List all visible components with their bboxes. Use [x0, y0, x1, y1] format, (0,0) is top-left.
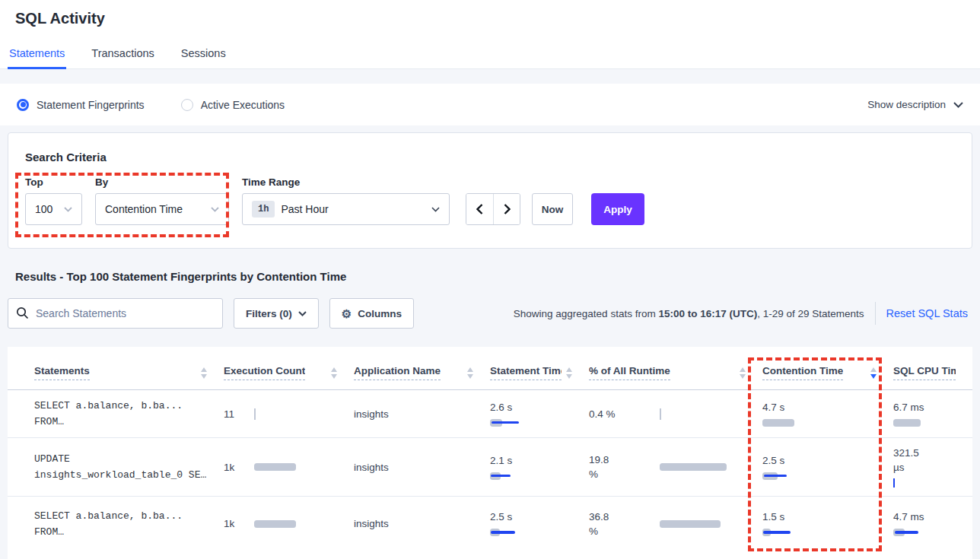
col-header-statement-time[interactable]: Statement Time: [490, 347, 589, 390]
apply-button[interactable]: Apply: [591, 193, 644, 225]
contention-time-value: 1.5 s: [762, 510, 802, 524]
execution-count-value: 1k: [224, 462, 254, 473]
tab-statements[interactable]: Statements: [8, 43, 66, 69]
statement-time-bar: [490, 527, 581, 538]
by-label: By: [95, 176, 229, 188]
execution-count-bar: [254, 462, 296, 472]
top-select[interactable]: 100: [25, 193, 82, 225]
tab-transactions[interactable]: Transactions: [90, 43, 155, 68]
statements-table: Statements Execution Count Application N…: [8, 347, 972, 551]
execution-count-bar: [254, 519, 296, 529]
sort-icon[interactable]: [566, 367, 572, 379]
sort-icon[interactable]: [201, 367, 207, 379]
contention-time-value: 4.7 s: [762, 400, 802, 414]
statement-time-value: 2.5 s: [490, 510, 530, 524]
time-range-label: Time Range: [242, 176, 450, 188]
table-row[interactable]: SELECT a.balance, b.ba...FROM… 11 insigh…: [8, 390, 972, 438]
statement-time-bar: [490, 418, 581, 428]
table-row[interactable]: UPDATEinsights_workload_table_0 SE… 1k i…: [8, 438, 972, 497]
previous-time-button[interactable]: [466, 194, 493, 224]
gear-icon: ⚙: [342, 308, 352, 319]
filters-button[interactable]: Filters (0): [234, 298, 319, 329]
execution-count-bar: [254, 408, 256, 419]
view-toggle-bar: Statement Fingerprints Active Executions…: [0, 84, 980, 125]
search-statements-input[interactable]: [8, 298, 223, 329]
by-select[interactable]: Contention Time: [95, 193, 229, 225]
page-header: SQL Activity Statements Transactions Ses…: [0, 0, 980, 69]
statement-link[interactable]: SELECT a.balance, b.ba...FROM…: [34, 398, 216, 430]
sql-cpu-time-bar: [893, 527, 965, 538]
divider: [875, 302, 876, 325]
statement-link[interactable]: UPDATEinsights_workload_table_0 SE…: [34, 451, 216, 483]
pct-runtime-value: 36.8 %: [589, 510, 621, 538]
time-step-buttons: [466, 193, 520, 225]
contention-time-bar: [762, 527, 886, 538]
sql-cpu-time-value: 4.7 ms: [893, 510, 933, 524]
time-range-badge: 1h: [252, 201, 275, 218]
reset-sql-stats-link[interactable]: Reset SQL Stats: [886, 307, 972, 319]
table-header-row: Statements Execution Count Application N…: [8, 347, 972, 390]
show-description-toggle[interactable]: Show description: [867, 99, 963, 110]
contention-time-value: 2.5 s: [762, 453, 802, 468]
time-range-select[interactable]: 1h Past Hour: [242, 193, 450, 225]
search-icon: [16, 306, 29, 319]
sort-icon[interactable]: [331, 367, 337, 379]
application-name-value: insights: [354, 462, 389, 473]
radio-active-executions[interactable]: Active Executions: [181, 99, 285, 111]
sql-cpu-time-value: 321.5 µs: [893, 446, 933, 475]
pct-runtime-bar: [660, 462, 727, 472]
page-title: SQL Activity: [0, 10, 980, 27]
col-header-pct-runtime[interactable]: % of All Runtime: [589, 347, 762, 390]
statement-link[interactable]: SELECT a.balance, b.ba...FROM…: [34, 508, 216, 540]
statement-time-value: 2.6 s: [490, 400, 530, 414]
show-description-label: Show description: [867, 99, 946, 110]
table-row[interactable]: SELECT a.balance, b.ba...FROM… 1k insigh…: [8, 497, 972, 551]
col-header-execution-count[interactable]: Execution Count: [224, 347, 354, 390]
chevron-down-icon: [431, 207, 440, 212]
radio-selected-icon: [17, 99, 29, 111]
tab-bar: Statements Transactions Sessions: [0, 43, 980, 69]
radio-unselected-icon: [181, 99, 193, 111]
by-select-value: Contention Time: [105, 203, 205, 215]
radio-statement-fingerprints[interactable]: Statement Fingerprints: [17, 99, 145, 111]
statements-table-card: Statements Execution Count Application N…: [8, 347, 972, 559]
sort-icon-active-desc[interactable]: [870, 367, 877, 379]
tab-sessions[interactable]: Sessions: [180, 43, 228, 68]
application-name-value: insights: [354, 518, 389, 529]
now-button[interactable]: Now: [532, 193, 573, 225]
results-heading: Results - Top 100 Statement Fingerprints…: [15, 270, 965, 283]
sql-cpu-time-bar: [893, 478, 965, 488]
top-label: Top: [25, 176, 82, 188]
statement-time-value: 2.1 s: [490, 453, 530, 468]
view-toggle-group: Statement Fingerprints Active Executions: [17, 99, 285, 111]
sql-cpu-time-bar: [893, 418, 965, 428]
filters-label: Filters (0): [246, 308, 292, 319]
contention-time-bar: [762, 418, 886, 428]
search-criteria-title: Search Criteria: [25, 151, 955, 164]
col-header-application-name[interactable]: Application Name: [354, 347, 490, 390]
contention-time-bar: [762, 471, 886, 481]
chevron-down-icon: [953, 102, 963, 108]
sort-icon[interactable]: [740, 367, 746, 379]
pct-runtime-bar: [660, 519, 721, 529]
results-toolbar: Filters (0) ⚙ Columns Showing aggregated…: [8, 298, 972, 329]
showing-stats-text: Showing aggregated stats from 15:00 to 1…: [514, 308, 864, 319]
statement-time-bar: [490, 471, 581, 481]
search-criteria-panel: Search Criteria Top 100 By Contention Ti…: [8, 132, 972, 249]
pct-runtime-bar: [660, 408, 661, 419]
chevron-down-icon: [64, 207, 72, 212]
col-header-sql-cpu-time[interactable]: SQL CPU Time: [893, 347, 972, 390]
col-header-contention-time[interactable]: Contention Time: [762, 347, 893, 390]
execution-count-value: 1k: [224, 518, 254, 529]
top-select-value: 100: [35, 203, 58, 215]
radio-label: Active Executions: [201, 99, 285, 111]
pct-runtime-value: 19.8 %: [589, 453, 621, 481]
sql-cpu-time-value: 6.7 ms: [893, 400, 933, 414]
chevron-down-icon: [211, 207, 219, 212]
sort-icon[interactable]: [467, 367, 473, 379]
col-header-statements[interactable]: Statements: [8, 347, 224, 390]
next-time-button[interactable]: [493, 194, 520, 224]
chevron-left-icon: [476, 204, 483, 214]
columns-button[interactable]: ⚙ Columns: [329, 298, 414, 329]
application-name-value: insights: [354, 408, 389, 420]
